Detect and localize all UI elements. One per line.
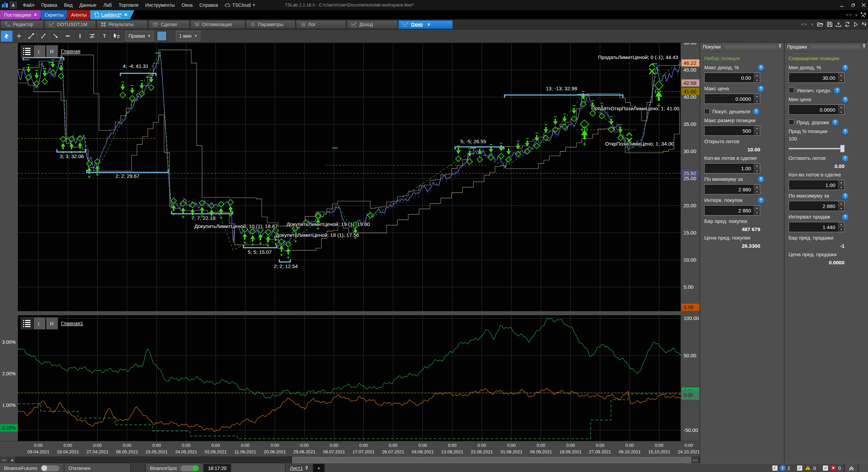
panel-header[interactable]: Покупки xyxy=(700,43,784,51)
checkbox[interactable] xyxy=(789,88,794,93)
tool-hline[interactable] xyxy=(62,31,74,42)
workspace-tab-Ladder2[interactable]: Ladder2*✕ xyxy=(90,10,135,19)
help-icon[interactable]: ? xyxy=(834,87,840,93)
spin-down-button[interactable]: ▼ xyxy=(754,211,760,215)
menu-Инструменты[interactable]: Инструменты xyxy=(142,0,178,10)
spinner-value[interactable]: 30.00 xyxy=(789,73,838,82)
scrollbar-thumb[interactable] xyxy=(292,457,691,463)
checkbox[interactable] xyxy=(704,109,710,114)
tab-[interactable]: Сделки xyxy=(148,20,190,29)
filter-checkbox[interactable]: ✓ xyxy=(772,465,778,471)
scroll-left-button[interactable]: ◀ xyxy=(8,456,16,464)
help-icon[interactable]: ? xyxy=(758,197,764,203)
spin-up-button[interactable]: ▲ xyxy=(839,201,844,206)
dock-nav-icon[interactable]: <> xyxy=(801,22,807,27)
spin-up-button[interactable]: ▲ xyxy=(754,164,760,169)
pin-icon[interactable] xyxy=(778,44,782,50)
menu-Правка[interactable]: Правка xyxy=(38,0,60,10)
spinner-value[interactable]: 1 440 xyxy=(789,222,838,232)
spinner-value[interactable]: 0.00 xyxy=(705,73,754,82)
spinner-value[interactable]: 2 880 xyxy=(789,201,838,211)
timeframe-dropdown[interactable]: 1 мин▼ xyxy=(176,31,200,41)
menu-Данные[interactable]: Данные xyxy=(76,0,100,10)
tool-channel[interactable] xyxy=(86,31,98,42)
tool-trend[interactable] xyxy=(25,31,37,42)
spinner-value[interactable]: 0.0000 xyxy=(789,105,838,114)
chevron-down-icon[interactable]: ∨ xyxy=(855,13,858,17)
tool-crosshair[interactable] xyxy=(13,31,25,42)
help-icon[interactable]: ? xyxy=(842,128,848,134)
pane2-plot[interactable] xyxy=(18,315,681,441)
tools-icon[interactable] xyxy=(861,12,867,18)
spin-up-button[interactable]: ▲ xyxy=(839,73,844,78)
help-icon[interactable]: ? xyxy=(842,214,848,220)
percent-slider[interactable] xyxy=(789,145,845,152)
help-icon[interactable]: ? xyxy=(753,108,759,114)
spin-down-button[interactable]: ▼ xyxy=(754,99,760,104)
spinner-value[interactable]: 500 xyxy=(705,126,754,135)
pane-name[interactable]: Главная1 xyxy=(61,320,83,326)
help-icon[interactable]: ? xyxy=(842,64,848,71)
help-icon[interactable]: ? xyxy=(758,86,764,92)
checkbox-row-Покуп. дешевле[interactable]: Покуп. дешевле? xyxy=(704,108,780,115)
spin-up-button[interactable]: ▲ xyxy=(754,185,760,190)
import-icon[interactable] xyxy=(836,22,841,27)
spin-up-button[interactable]: ▲ xyxy=(754,94,760,99)
tool-trend2[interactable] xyxy=(37,31,49,42)
filter-checkbox[interactable]: ✓ xyxy=(823,465,828,471)
tab-[interactable]: Результаты xyxy=(97,20,147,29)
add-sheet-button[interactable]: + xyxy=(313,464,325,472)
tab-[interactable]: Редактор xyxy=(0,20,44,29)
pane-name[interactable]: Главная xyxy=(61,48,80,54)
step-down-icon[interactable] xyxy=(862,22,867,27)
drag-handle[interactable] xyxy=(725,45,776,49)
drag-handle[interactable] xyxy=(811,45,860,49)
spinner-value[interactable]: 2 880 xyxy=(705,206,754,215)
tool-ray[interactable] xyxy=(50,31,61,42)
spin-down-button[interactable]: ▼ xyxy=(754,131,760,136)
spin-up-button[interactable]: ▲ xyxy=(754,126,760,131)
spinner-value[interactable]: 0.0000 xyxy=(705,94,754,103)
tool-erase[interactable] xyxy=(111,31,122,42)
menu-tscloud[interactable]: TSCloud ▼ xyxy=(221,2,259,8)
connection-binancespot[interactable]: BinanceSpot xyxy=(146,464,204,472)
spinner-Макс размер позиции[interactable]: 500▲▼ xyxy=(704,126,760,136)
spinner-Макс доход, %[interactable]: 0.00▲▼ xyxy=(704,73,760,83)
panel-header[interactable]: Продажи xyxy=(785,43,868,51)
spin-up-button[interactable]: ▲ xyxy=(754,206,760,211)
help-icon[interactable]: ? xyxy=(842,193,848,199)
spin-up-button[interactable]: ▲ xyxy=(839,105,844,110)
help-icon[interactable]: ? xyxy=(758,176,764,182)
spin-down-button[interactable]: ▼ xyxy=(839,185,844,190)
filter-checkbox[interactable]: ✓ xyxy=(797,465,803,471)
tool-vline[interactable] xyxy=(74,31,86,42)
spin-down-button[interactable]: ▼ xyxy=(839,206,844,211)
tab-[interactable]: Лог xyxy=(296,20,346,29)
chevron-down-icon[interactable]: ∨ xyxy=(811,22,814,27)
chart-scrollbar[interactable]: << ◀ ▶ >> xyxy=(0,456,699,464)
menu-Файл[interactable]: Файл xyxy=(19,0,38,10)
pane-menu-button[interactable] xyxy=(21,45,33,57)
workspace-tab-[interactable]: Скрипты xyxy=(41,10,71,19)
close-icon[interactable]: ✕ xyxy=(34,12,37,17)
spinner-Интервал продаж[interactable]: 1 440▲▼ xyxy=(789,222,845,232)
spinner-По максимуму за[interactable]: 2 880▲▼ xyxy=(789,201,845,211)
spinner-value[interactable]: 1.00 xyxy=(789,180,838,190)
checkbox-row-Прод. дороже[interactable]: Прод. дороже? xyxy=(789,119,864,126)
scroll-far-right-button[interactable]: >> xyxy=(691,456,699,464)
menu-Справка[interactable]: Справка xyxy=(196,0,221,10)
spin-down-button[interactable]: ▼ xyxy=(754,78,760,83)
chart-area[interactable]: 4; -4; 41.313; 3; 32.062; 2; 29.677; 7; … xyxy=(0,43,699,464)
spin-down-button[interactable]: ▼ xyxy=(839,110,844,115)
spin-up-button[interactable]: ▲ xyxy=(839,180,844,185)
menu-Вид[interactable]: Вид xyxy=(61,0,76,10)
close-button[interactable] xyxy=(861,3,866,7)
sheet-tab[interactable]: Лист1 xyxy=(286,464,313,472)
checkbox-row-Увелич. средн.[interactable]: Увелич. средн.? xyxy=(789,87,864,94)
dock-nav-icon[interactable]: <> xyxy=(846,13,852,17)
spin-down-button[interactable]: ▼ xyxy=(754,190,760,194)
counter-info[interactable]: ✓i2 xyxy=(769,465,794,471)
checkbox[interactable] xyxy=(789,119,794,125)
spinner-value[interactable]: 1.00 xyxy=(705,164,754,173)
tool-cursor[interactable] xyxy=(1,31,13,42)
